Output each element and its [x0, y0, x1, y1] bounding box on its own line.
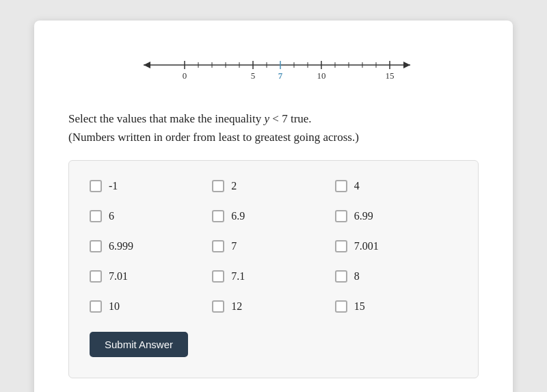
choice-label: -1 [109, 180, 118, 192]
list-item[interactable]: 6.99 [335, 205, 457, 228]
checkbox-6.99[interactable] [335, 210, 347, 222]
checkbox-neg1[interactable] [90, 180, 102, 192]
checkbox-15[interactable] [335, 300, 347, 313]
left-arrow-icon [144, 62, 150, 68]
list-item[interactable]: 7.01 [90, 265, 212, 288]
list-item[interactable]: -1 [90, 174, 212, 198]
svg-text:10: 10 [317, 70, 326, 81]
choice-label: 10 [109, 300, 120, 313]
checkbox-10[interactable] [90, 300, 102, 313]
checkbox-7[interactable] [212, 240, 224, 252]
list-item[interactable]: 15 [335, 295, 457, 318]
checkbox-7.001[interactable] [335, 240, 347, 252]
choice-label: 7.01 [109, 270, 128, 283]
number-line-container: 0 5 7 10 15 [68, 48, 479, 89]
list-item[interactable]: 6 [90, 205, 212, 228]
checkbox-7.1[interactable] [212, 270, 224, 283]
list-item[interactable]: 2 [212, 174, 334, 198]
checkbox-6[interactable] [90, 210, 102, 222]
svg-text:0: 0 [183, 70, 187, 81]
checkbox-7.01[interactable] [90, 270, 102, 283]
svg-text:5: 5 [251, 70, 256, 81]
choice-label: 4 [354, 180, 360, 192]
checkbox-12[interactable] [212, 300, 224, 313]
choice-label: 6.9 [231, 210, 245, 222]
choice-label: 7.1 [231, 270, 245, 283]
list-item[interactable]: 7.1 [212, 265, 334, 288]
list-item[interactable]: 10 [90, 295, 212, 318]
checkbox-4[interactable] [335, 180, 347, 192]
checkbox-grid: -1 2 4 6 6.9 6.99 [90, 174, 457, 318]
svg-text:7: 7 [278, 70, 283, 81]
list-item[interactable]: 6.999 [90, 235, 212, 258]
choice-label: 7 [231, 240, 237, 252]
number-line-svg: 0 5 7 10 15 [109, 48, 438, 89]
svg-text:15: 15 [386, 70, 395, 81]
question-line1: Select the values that make the inequali… [68, 109, 479, 128]
right-arrow-icon [403, 62, 410, 68]
choice-label: 7.001 [354, 240, 379, 252]
checkbox-8[interactable] [335, 270, 347, 283]
choice-label: 6.99 [354, 210, 373, 222]
submit-answer-button[interactable]: Submit Answer [90, 332, 188, 357]
choice-label: 15 [354, 300, 365, 313]
list-item[interactable]: 6.9 [212, 205, 334, 228]
list-item[interactable]: 8 [335, 265, 457, 288]
answer-box: -1 2 4 6 6.9 6.99 [68, 160, 479, 378]
choice-label: 2 [231, 180, 237, 192]
list-item[interactable]: 7.001 [335, 235, 457, 258]
choice-label: 6.999 [109, 240, 133, 252]
choice-label: 12 [231, 300, 242, 313]
list-item[interactable]: 4 [335, 174, 457, 198]
list-item[interactable]: 12 [212, 295, 334, 318]
checkbox-6.9[interactable] [212, 210, 224, 222]
question-line2: (Numbers written in order from least to … [68, 128, 479, 146]
choice-label: 6 [109, 210, 114, 222]
main-card: 0 5 7 10 15 [34, 21, 513, 392]
checkbox-2[interactable] [212, 180, 224, 192]
choice-label: 8 [354, 270, 360, 283]
list-item[interactable]: 7 [212, 235, 334, 258]
question-text: Select the values that make the inequali… [68, 109, 479, 146]
checkbox-6.999[interactable] [90, 240, 102, 252]
